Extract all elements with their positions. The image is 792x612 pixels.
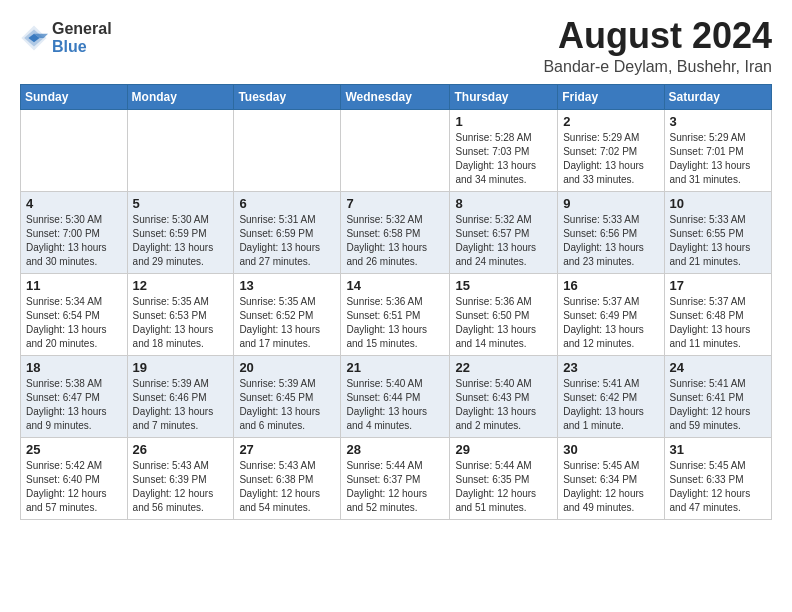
calendar-cell: 19Sunrise: 5:39 AM Sunset: 6:46 PM Dayli…: [127, 355, 234, 437]
day-number: 26: [133, 442, 229, 457]
calendar-cell: 4Sunrise: 5:30 AM Sunset: 7:00 PM Daylig…: [21, 191, 128, 273]
day-number: 15: [455, 278, 552, 293]
day-number: 27: [239, 442, 335, 457]
day-info: Sunrise: 5:29 AM Sunset: 7:01 PM Dayligh…: [670, 131, 766, 187]
title-block: August 2024 Bandar-e Deylam, Bushehr, Ir…: [543, 16, 772, 76]
logo-general-text: General: [52, 20, 112, 38]
calendar-cell: [234, 109, 341, 191]
day-number: 7: [346, 196, 444, 211]
day-number: 12: [133, 278, 229, 293]
calendar-header-friday: Friday: [558, 84, 664, 109]
calendar-cell: 7Sunrise: 5:32 AM Sunset: 6:58 PM Daylig…: [341, 191, 450, 273]
calendar-cell: 23Sunrise: 5:41 AM Sunset: 6:42 PM Dayli…: [558, 355, 664, 437]
day-info: Sunrise: 5:45 AM Sunset: 6:33 PM Dayligh…: [670, 459, 766, 515]
calendar-cell: 24Sunrise: 5:41 AM Sunset: 6:41 PM Dayli…: [664, 355, 771, 437]
day-info: Sunrise: 5:42 AM Sunset: 6:40 PM Dayligh…: [26, 459, 122, 515]
day-info: Sunrise: 5:30 AM Sunset: 6:59 PM Dayligh…: [133, 213, 229, 269]
day-info: Sunrise: 5:40 AM Sunset: 6:43 PM Dayligh…: [455, 377, 552, 433]
day-info: Sunrise: 5:39 AM Sunset: 6:46 PM Dayligh…: [133, 377, 229, 433]
day-number: 14: [346, 278, 444, 293]
calendar-cell: 9Sunrise: 5:33 AM Sunset: 6:56 PM Daylig…: [558, 191, 664, 273]
calendar-cell: 21Sunrise: 5:40 AM Sunset: 6:44 PM Dayli…: [341, 355, 450, 437]
day-info: Sunrise: 5:38 AM Sunset: 6:47 PM Dayligh…: [26, 377, 122, 433]
day-number: 25: [26, 442, 122, 457]
calendar-cell: 10Sunrise: 5:33 AM Sunset: 6:55 PM Dayli…: [664, 191, 771, 273]
logo-icon: [20, 24, 48, 52]
day-number: 30: [563, 442, 658, 457]
day-info: Sunrise: 5:33 AM Sunset: 6:56 PM Dayligh…: [563, 213, 658, 269]
calendar-cell: 11Sunrise: 5:34 AM Sunset: 6:54 PM Dayli…: [21, 273, 128, 355]
calendar-header-saturday: Saturday: [664, 84, 771, 109]
calendar-cell: 30Sunrise: 5:45 AM Sunset: 6:34 PM Dayli…: [558, 437, 664, 519]
day-number: 24: [670, 360, 766, 375]
calendar-cell: 27Sunrise: 5:43 AM Sunset: 6:38 PM Dayli…: [234, 437, 341, 519]
day-number: 13: [239, 278, 335, 293]
day-number: 29: [455, 442, 552, 457]
calendar-cell: 31Sunrise: 5:45 AM Sunset: 6:33 PM Dayli…: [664, 437, 771, 519]
main-title: August 2024: [543, 16, 772, 56]
header: General Blue August 2024 Bandar-e Deylam…: [20, 16, 772, 76]
day-info: Sunrise: 5:30 AM Sunset: 7:00 PM Dayligh…: [26, 213, 122, 269]
calendar-cell: 2Sunrise: 5:29 AM Sunset: 7:02 PM Daylig…: [558, 109, 664, 191]
page: General Blue August 2024 Bandar-e Deylam…: [0, 0, 792, 536]
day-number: 6: [239, 196, 335, 211]
day-info: Sunrise: 5:35 AM Sunset: 6:52 PM Dayligh…: [239, 295, 335, 351]
week-row-3: 11Sunrise: 5:34 AM Sunset: 6:54 PM Dayli…: [21, 273, 772, 355]
day-number: 22: [455, 360, 552, 375]
calendar-cell: 13Sunrise: 5:35 AM Sunset: 6:52 PM Dayli…: [234, 273, 341, 355]
day-info: Sunrise: 5:31 AM Sunset: 6:59 PM Dayligh…: [239, 213, 335, 269]
calendar-cell: 6Sunrise: 5:31 AM Sunset: 6:59 PM Daylig…: [234, 191, 341, 273]
day-info: Sunrise: 5:32 AM Sunset: 6:57 PM Dayligh…: [455, 213, 552, 269]
calendar-cell: 8Sunrise: 5:32 AM Sunset: 6:57 PM Daylig…: [450, 191, 558, 273]
calendar-cell: [21, 109, 128, 191]
day-number: 20: [239, 360, 335, 375]
week-row-5: 25Sunrise: 5:42 AM Sunset: 6:40 PM Dayli…: [21, 437, 772, 519]
calendar-header-wednesday: Wednesday: [341, 84, 450, 109]
day-info: Sunrise: 5:41 AM Sunset: 6:41 PM Dayligh…: [670, 377, 766, 433]
day-info: Sunrise: 5:28 AM Sunset: 7:03 PM Dayligh…: [455, 131, 552, 187]
day-info: Sunrise: 5:36 AM Sunset: 6:50 PM Dayligh…: [455, 295, 552, 351]
day-info: Sunrise: 5:29 AM Sunset: 7:02 PM Dayligh…: [563, 131, 658, 187]
day-info: Sunrise: 5:44 AM Sunset: 6:37 PM Dayligh…: [346, 459, 444, 515]
day-number: 1: [455, 114, 552, 129]
day-number: 10: [670, 196, 766, 211]
day-info: Sunrise: 5:45 AM Sunset: 6:34 PM Dayligh…: [563, 459, 658, 515]
calendar-cell: 18Sunrise: 5:38 AM Sunset: 6:47 PM Dayli…: [21, 355, 128, 437]
day-number: 19: [133, 360, 229, 375]
day-number: 2: [563, 114, 658, 129]
day-number: 16: [563, 278, 658, 293]
week-row-2: 4Sunrise: 5:30 AM Sunset: 7:00 PM Daylig…: [21, 191, 772, 273]
day-info: Sunrise: 5:37 AM Sunset: 6:49 PM Dayligh…: [563, 295, 658, 351]
day-number: 5: [133, 196, 229, 211]
calendar-cell: 14Sunrise: 5:36 AM Sunset: 6:51 PM Dayli…: [341, 273, 450, 355]
calendar-cell: 29Sunrise: 5:44 AM Sunset: 6:35 PM Dayli…: [450, 437, 558, 519]
day-info: Sunrise: 5:43 AM Sunset: 6:39 PM Dayligh…: [133, 459, 229, 515]
calendar-cell: 12Sunrise: 5:35 AM Sunset: 6:53 PM Dayli…: [127, 273, 234, 355]
calendar-table: SundayMondayTuesdayWednesdayThursdayFrid…: [20, 84, 772, 520]
day-info: Sunrise: 5:44 AM Sunset: 6:35 PM Dayligh…: [455, 459, 552, 515]
calendar-cell: 1Sunrise: 5:28 AM Sunset: 7:03 PM Daylig…: [450, 109, 558, 191]
week-row-1: 1Sunrise: 5:28 AM Sunset: 7:03 PM Daylig…: [21, 109, 772, 191]
day-number: 18: [26, 360, 122, 375]
calendar-cell: 28Sunrise: 5:44 AM Sunset: 6:37 PM Dayli…: [341, 437, 450, 519]
sub-title: Bandar-e Deylam, Bushehr, Iran: [543, 58, 772, 76]
day-info: Sunrise: 5:40 AM Sunset: 6:44 PM Dayligh…: [346, 377, 444, 433]
calendar-cell: [127, 109, 234, 191]
calendar-cell: 3Sunrise: 5:29 AM Sunset: 7:01 PM Daylig…: [664, 109, 771, 191]
calendar-header-sunday: Sunday: [21, 84, 128, 109]
logo-blue-text: Blue: [52, 38, 112, 56]
day-info: Sunrise: 5:32 AM Sunset: 6:58 PM Dayligh…: [346, 213, 444, 269]
day-number: 17: [670, 278, 766, 293]
calendar-cell: 22Sunrise: 5:40 AM Sunset: 6:43 PM Dayli…: [450, 355, 558, 437]
day-info: Sunrise: 5:33 AM Sunset: 6:55 PM Dayligh…: [670, 213, 766, 269]
day-info: Sunrise: 5:37 AM Sunset: 6:48 PM Dayligh…: [670, 295, 766, 351]
day-number: 23: [563, 360, 658, 375]
logo-text: General Blue: [52, 20, 112, 55]
calendar-cell: [341, 109, 450, 191]
day-info: Sunrise: 5:34 AM Sunset: 6:54 PM Dayligh…: [26, 295, 122, 351]
calendar-cell: 5Sunrise: 5:30 AM Sunset: 6:59 PM Daylig…: [127, 191, 234, 273]
calendar-cell: 25Sunrise: 5:42 AM Sunset: 6:40 PM Dayli…: [21, 437, 128, 519]
calendar-cell: 15Sunrise: 5:36 AM Sunset: 6:50 PM Dayli…: [450, 273, 558, 355]
day-number: 3: [670, 114, 766, 129]
day-number: 11: [26, 278, 122, 293]
